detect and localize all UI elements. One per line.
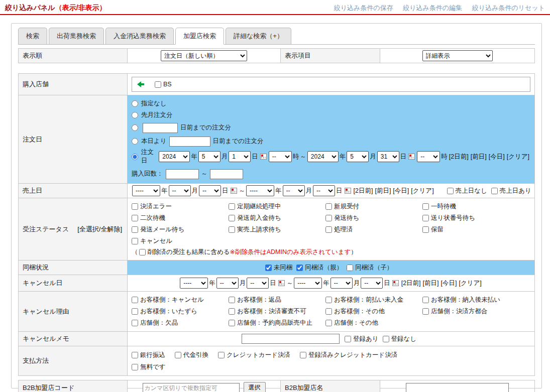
date-shortcut-link[interactable]: [前日] [423,279,439,288]
checkbox-item[interactable]: 同梱済（親） [296,264,343,272]
checkbox[interactable] [325,297,332,303]
date-part-select[interactable]: 5 [198,151,221,162]
checkbox-item[interactable]: キャンセル [132,235,229,247]
checkbox-item[interactable]: クレジットカード決済 [218,351,290,359]
shop-checkbox[interactable] [155,81,161,88]
date-part-select[interactable]: -- [169,185,191,196]
checkbox[interactable] [132,203,138,210]
date-part-select[interactable]: -- [283,185,305,196]
display-order-select[interactable]: 注文日（新しい順） [161,50,247,61]
checkbox[interactable] [229,215,235,221]
checkbox-item[interactable]: 一時待機 [422,201,519,212]
checkbox[interactable] [325,320,332,326]
checkbox-item[interactable]: 実売上請求待ち [229,224,325,235]
checkbox[interactable] [325,215,332,221]
checkbox-item[interactable]: 代金引換 [175,351,208,359]
date-part-select[interactable]: -- [216,278,239,289]
checkbox[interactable] [447,188,454,194]
checkbox[interactable] [175,352,181,358]
checkbox-item[interactable]: 処理済 [325,224,422,235]
checkbox[interactable] [383,336,389,342]
checkbox[interactable] [300,352,306,358]
calendar-icon[interactable] [345,188,351,194]
date-shortcut-link[interactable]: [前日] [471,153,487,161]
checkbox[interactable] [132,238,138,244]
checkbox[interactable] [422,297,429,303]
checkbox-item[interactable]: 同梱済（子） [347,264,393,272]
checkbox[interactable] [325,308,332,315]
order-date-option-from-today[interactable]: 本日より 日前までの注文分 [132,135,530,148]
edit-filter-link[interactable]: 絞り込み条件の編集 [403,4,462,12]
date-part-select[interactable]: ---- [132,185,160,196]
checkbox[interactable] [229,308,235,315]
checkbox[interactable] [229,320,235,326]
checkbox-item[interactable]: お客様側：いたずら [132,306,229,317]
date-shortcut-link[interactable]: [クリア] [411,187,433,195]
date-shortcut-link[interactable]: [クリア] [459,279,481,288]
date-part-select[interactable]: 31 [377,151,399,162]
panel-toggle-link[interactable]: （表示/非表示） [55,4,106,12]
radio-from-today[interactable] [132,138,138,145]
date-part-select[interactable]: -- [313,185,335,196]
calendar-icon[interactable] [392,280,399,286]
calendar-icon[interactable] [231,188,237,194]
checkbox[interactable] [132,352,138,358]
shop-checkbox-item[interactable]: BS [155,81,172,88]
date-part-select[interactable]: -- [361,278,383,289]
checkbox[interactable] [265,265,272,271]
checkbox-item[interactable]: お客様側：キャンセル [132,294,229,306]
date-shortcut-link[interactable]: [今日] [441,279,457,288]
checkbox[interactable] [296,265,303,271]
checkbox[interactable] [491,188,498,194]
date-part-select[interactable]: -- [417,151,440,162]
b2b-name-input[interactable] [406,383,509,392]
checkbox[interactable] [132,364,138,370]
checkbox[interactable] [325,226,332,233]
checkbox[interactable] [229,226,235,233]
checkbox-item[interactable]: 登録あり [345,335,379,343]
date-part-select[interactable]: ---- [294,278,322,289]
radio-last-month[interactable] [132,112,138,118]
date-shortcut-link[interactable]: [クリア] [507,153,529,161]
from-today-days-input[interactable] [169,137,210,147]
checkbox-item[interactable]: 決済エラー [132,201,229,212]
order-date-option-last-month[interactable]: 先月注文分 [132,109,530,121]
checkbox-item[interactable]: 無料です [132,363,166,371]
date-part-select[interactable]: 2024 [159,151,190,162]
tab-search[interactable]: 検索 [18,28,47,44]
collapse-left-arrow-icon[interactable] [137,81,145,88]
checkbox-item[interactable]: 新規受付 [325,201,422,212]
date-part-select[interactable]: ---- [246,185,274,196]
checkbox-item[interactable]: 送り状番号待ち [422,212,519,224]
date-part-select[interactable]: -- [269,151,292,162]
calendar-icon[interactable] [408,154,415,160]
checkbox-item[interactable]: 売上日なし [447,187,487,195]
checkbox[interactable] [422,215,429,221]
checkbox-item[interactable]: 登録なし [383,335,417,343]
checkbox-item[interactable]: 発送前入金待ち [229,212,325,224]
checkbox[interactable] [132,320,138,326]
checkbox[interactable] [325,203,332,210]
checkbox[interactable] [422,308,429,315]
checkbox-item[interactable]: 店舗側：その他 [325,317,422,329]
order-date-option-none[interactable]: 指定なし [132,98,530,109]
radio-date-range[interactable] [132,154,138,160]
checkbox-item[interactable]: 定期継続処理中 [229,201,325,212]
date-shortcut-link[interactable]: [今日] [489,153,505,161]
order-date-option-range[interactable]: 注文日 2024年5月1日--時～2024年5月31日--時[2日前][前日][… [132,148,530,165]
checkbox[interactable] [132,308,138,315]
date-part-select[interactable]: 1 [229,151,251,162]
date-part-select[interactable]: 2024 [307,151,339,162]
calendar-icon[interactable] [260,154,267,160]
checkbox[interactable] [218,352,225,358]
date-shortcut-link[interactable]: [今日] [393,187,409,195]
order-date-option-days-ago[interactable]: 日前までの注文分 [132,121,530,135]
checkbox-item[interactable]: 登録済みクレジットカード決済 [300,351,397,359]
checkbox[interactable] [229,203,235,210]
checkbox[interactable] [229,297,235,303]
checkbox-item[interactable]: 店舗側：欠品 [132,317,229,329]
checkbox-item[interactable]: お客様側：前払い未入金 [325,294,422,306]
display-items-select[interactable]: 詳細表示 [422,50,493,61]
checkbox-item[interactable]: お客様側：納入後未払い [422,294,519,306]
checkbox[interactable] [132,215,138,221]
